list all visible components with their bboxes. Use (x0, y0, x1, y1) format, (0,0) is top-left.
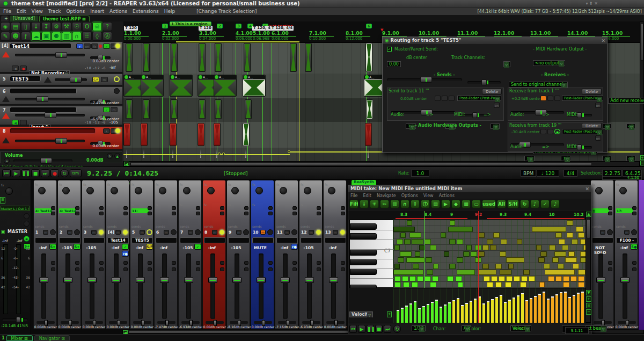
midi-note[interactable] (449, 239, 456, 244)
media-item[interactable] (243, 149, 249, 158)
mixer-channel-strip[interactable]: fx fx 11: sends 5 m TEST5 -inf S/F (130, 180, 153, 329)
midi-note[interactable] (572, 239, 578, 244)
mixer-channel-strip[interactable]: fx fx sends 10 m MUTE (251, 180, 274, 329)
receive-phase-button[interactable] (547, 129, 553, 134)
media-item[interactable] (197, 123, 204, 146)
menu-item[interactable]: Actions (109, 9, 127, 14)
midi-menu-item[interactable]: Options (401, 193, 418, 198)
velocity-bar[interactable] (577, 293, 580, 323)
mixer-menu-icon[interactable]: ≣ (0, 197, 5, 204)
fx-slot-button[interactable] (292, 212, 297, 215)
velocity-bar[interactable] (538, 294, 541, 323)
on-button[interactable] (75, 267, 79, 271)
channel-pan[interactable] (278, 321, 296, 324)
midi-note[interactable] (523, 270, 530, 275)
channel-badge[interactable]: S+ (49, 244, 56, 250)
midi-toolbar-icon[interactable]: ✂ (380, 200, 389, 208)
input-arrow-button[interactable]: ◀ (12, 120, 19, 125)
midi-note[interactable] (563, 282, 569, 287)
velocity-bar[interactable] (495, 297, 498, 323)
io-button[interactable] (148, 261, 152, 265)
midi-note[interactable] (578, 276, 584, 281)
marker[interactable]: 3 (236, 24, 241, 28)
toolbar-icon[interactable]: ☉ (72, 22, 82, 31)
midi-note[interactable] (580, 251, 586, 257)
time-signature[interactable]: 4/4 (564, 170, 577, 177)
io-button[interactable] (51, 261, 55, 265)
scroll-down-icon[interactable]: ▼ (586, 290, 591, 295)
channel-fader-handle[interactable] (184, 277, 193, 283)
media-item[interactable] (365, 43, 372, 72)
channel-mute-button[interactable]: m (309, 230, 314, 235)
midi-toolbar-icon[interactable]: ↻ (520, 200, 529, 208)
midi-note[interactable] (425, 276, 431, 281)
toolbar-icon[interactable]: ʘ (82, 22, 92, 31)
midi-toolbar-icon[interactable]: Filt (349, 200, 358, 208)
midi-toolbar-icon[interactable]: S/H IN (507, 200, 519, 208)
channel-solo-button[interactable] (122, 229, 128, 235)
channel-badge[interactable]: r● (122, 251, 129, 257)
fx-slot-button[interactable] (172, 206, 176, 210)
midi-note[interactable] (417, 276, 423, 281)
velocity-bar[interactable] (568, 297, 571, 323)
transport-time[interactable]: 9.2.25 / 0:14.625 (87, 169, 158, 177)
media-item[interactable]: A... (243, 75, 266, 97)
toolbar-icon[interactable]: Ⓐ (103, 32, 112, 41)
midi-note[interactable] (457, 270, 475, 275)
cc-lane-dropdown[interactable]: Velocity▽ (349, 311, 373, 317)
channel-fx-knob[interactable] (619, 187, 627, 194)
master-output-label[interactable]: Master L / Out 1 / Mast (1, 206, 30, 211)
fx-slot-button[interactable] (317, 212, 321, 215)
midi-note[interactable] (484, 276, 490, 281)
midi-note[interactable] (573, 264, 579, 269)
receive-on-button[interactable]: on (595, 135, 601, 141)
io-button[interactable] (632, 261, 636, 265)
midi-stop-button[interactable]: ■ (375, 325, 383, 333)
channel-pan[interactable] (618, 321, 636, 324)
channel-fader-handle[interactable] (208, 277, 217, 283)
close-icon[interactable]: ✕ (585, 186, 589, 193)
channel-fader-handle[interactable] (39, 277, 48, 283)
midi-note[interactable] (398, 257, 404, 263)
midi-note[interactable] (532, 227, 566, 232)
velocity-bar[interactable] (414, 301, 416, 323)
fx-slot-button[interactable] (220, 206, 224, 210)
channel-solo-button[interactable] (340, 229, 346, 235)
midi-toolbar-icon[interactable]: ♪ (551, 200, 560, 208)
channel-fx-knob[interactable] (62, 187, 70, 194)
media-item[interactable] (365, 123, 372, 146)
input-rec-button[interactable]: ● (20, 66, 27, 71)
channel-fader-track[interactable] (90, 253, 94, 319)
channel-pan[interactable] (302, 321, 320, 324)
envelope-fader[interactable] (13, 159, 72, 162)
piano-black-key[interactable] (350, 269, 377, 275)
velocity-bar[interactable] (500, 295, 502, 323)
input-arrow-button[interactable]: ◀ (12, 66, 19, 71)
piano-black-key[interactable] (350, 249, 377, 256)
mixer-channel-strip[interactable]: fx fx sends 6 m -inf (154, 180, 178, 329)
midi-menu-item[interactable]: File (350, 193, 357, 198)
media-item[interactable] (141, 123, 148, 146)
midi-menu-item[interactable]: Navigate (377, 193, 396, 198)
velocity-lane[interactable] (393, 288, 586, 323)
midi-note[interactable] (508, 264, 514, 269)
channel-fx-knob[interactable] (183, 187, 191, 194)
master-send-volume[interactable] (387, 78, 462, 81)
toolbar-icon[interactable]: ▥ (62, 32, 71, 41)
record-monitor-button[interactable]: r (76, 43, 83, 49)
channel-solo-button[interactable] (631, 229, 637, 235)
master-send-checkbox[interactable]: ✓ (387, 47, 392, 52)
scroll-handle[interactable] (130, 162, 592, 166)
io-button[interactable] (172, 261, 176, 265)
receive-midi-dst[interactable]: All▽ (626, 156, 635, 161)
marker[interactable]: 6 (366, 24, 372, 28)
midi-note[interactable] (568, 251, 575, 257)
fx-slot-button[interactable] (123, 212, 128, 215)
midi-note[interactable] (402, 276, 408, 281)
midi-vscrollbar[interactable]: ▲ ▼ + ≡ − (586, 211, 591, 323)
send-slot-label[interactable]: 4: Test14 (59, 208, 76, 213)
midi-toolbar-icon[interactable]: ✳ (370, 200, 379, 208)
on-button[interactable] (341, 267, 345, 271)
io-button[interactable] (341, 261, 345, 265)
fx-slot-button[interactable] (196, 212, 200, 215)
